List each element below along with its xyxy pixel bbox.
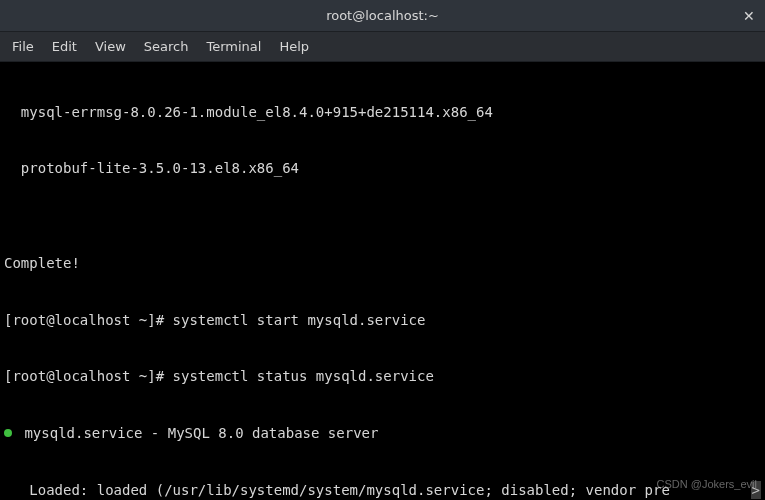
- menu-file[interactable]: File: [12, 39, 34, 54]
- prompt-line: [root@localhost ~]# systemctl status mys…: [4, 367, 761, 386]
- output-line: Complete!: [4, 254, 761, 273]
- output-line: mysql-errmsg-8.0.26-1.module_el8.4.0+915…: [4, 103, 761, 122]
- prompt-line: [root@localhost ~]# systemctl start mysq…: [4, 311, 761, 330]
- menubar: File Edit View Search Terminal Help: [0, 32, 765, 62]
- terminal-viewport[interactable]: mysql-errmsg-8.0.26-1.module_el8.4.0+915…: [0, 62, 765, 500]
- output-line: mysqld.service - MySQL 8.0 database serv…: [4, 424, 761, 443]
- menu-edit[interactable]: Edit: [52, 39, 77, 54]
- titlebar: root@localhost:~ ✕: [0, 0, 765, 32]
- status-dot-icon: [4, 429, 12, 437]
- menu-search[interactable]: Search: [144, 39, 189, 54]
- output-line: protobuf-lite-3.5.0-13.el8.x86_64: [4, 159, 761, 178]
- menu-terminal[interactable]: Terminal: [206, 39, 261, 54]
- close-icon[interactable]: ✕: [743, 9, 755, 23]
- menu-help[interactable]: Help: [279, 39, 309, 54]
- window-title: root@localhost:~: [326, 8, 439, 23]
- output-line: Loaded: loaded (/usr/lib/systemd/system/…: [4, 481, 761, 500]
- menu-view[interactable]: View: [95, 39, 126, 54]
- overflow-caret-icon: >: [751, 481, 761, 500]
